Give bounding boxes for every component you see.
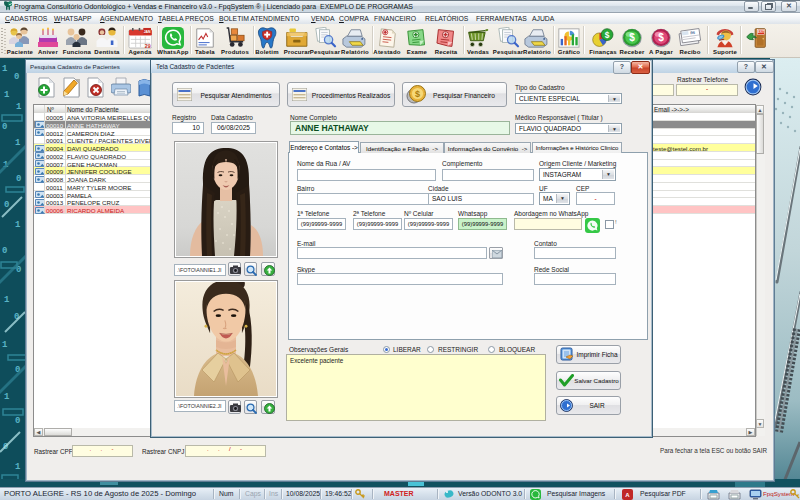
svg-text:1: 1 xyxy=(2,64,8,74)
svg-text:1: 1 xyxy=(4,90,10,100)
svg-text:1: 1 xyxy=(4,392,10,402)
svg-text:1: 1 xyxy=(15,138,21,148)
svg-text:A: A xyxy=(625,492,630,498)
svg-text:0: 0 xyxy=(15,416,20,426)
svg-text:JAN: JAN xyxy=(143,30,150,34)
svg-text:1: 1 xyxy=(4,295,10,305)
svg-text:R$: R$ xyxy=(690,31,695,36)
svg-text:0: 0 xyxy=(2,246,7,256)
svg-text:1: 1 xyxy=(15,220,21,230)
svg-text:$: $ xyxy=(658,32,664,43)
svg-text:1: 1 xyxy=(15,462,21,472)
svg-text:29: 29 xyxy=(144,43,150,49)
svg-text:0: 0 xyxy=(4,200,9,210)
svg-text:1: 1 xyxy=(16,102,22,112)
svg-text:0: 0 xyxy=(16,174,21,184)
svg-text:EXIT: EXIT xyxy=(758,30,765,34)
svg-text:$: $ xyxy=(629,32,635,43)
svg-text:0: 0 xyxy=(2,122,7,132)
svg-text:$: $ xyxy=(605,30,610,40)
svg-text:$: $ xyxy=(415,89,420,99)
svg-text:1: 1 xyxy=(2,340,8,350)
svg-text:0: 0 xyxy=(14,72,19,82)
